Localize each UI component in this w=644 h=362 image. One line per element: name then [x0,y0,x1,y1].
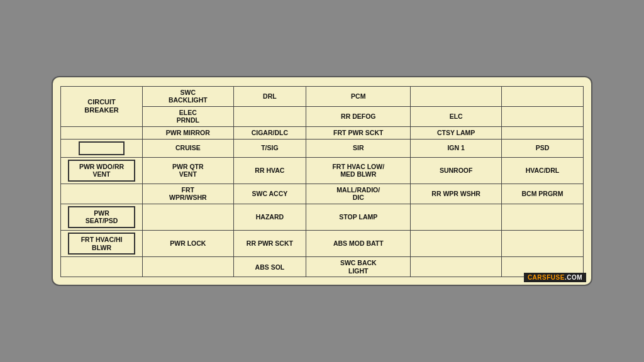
data-cell-r5-c4: BCM PRGRM [501,184,583,204]
data-cell-r2-c0: PWR MIRROR [143,126,234,139]
data-cell-r6-c0 [143,204,234,230]
data-cell-r0-c0: SWCBACKLIGHT [143,86,234,106]
data-cell-r0-c2: PCM [306,86,411,106]
data-cell-r5-c3: RR WPR WSHR [411,184,502,204]
fuse-table: CIRCUITBREAKERSWCBACKLIGHTDRLPCM ELECPRN… [60,86,584,278]
data-cell-r1-c1 [233,106,306,126]
data-cell-r3-c1: T/SIG [233,139,306,157]
data-cell-r5-c0: FRTWPR/WSHR [143,184,234,204]
data-cell-r1-c2: RR DEFOG [306,106,411,126]
data-cell-r4-c3: SUNROOF [411,157,502,184]
data-cell-r0-c4 [501,86,583,106]
data-cell-r4-c2: FRT HVAC LOW/MED BLWR [306,157,411,184]
cb-cell-8 [61,257,143,277]
data-cell-r2-c4 [501,126,583,139]
data-cell-r7-c1: RR PWR SCKT [233,231,306,257]
data-cell-r7-c3 [411,231,502,257]
data-cell-r6-c4 [501,204,583,230]
data-cell-r5-c1: SWC ACCY [233,184,306,204]
fuse-diagram-card: CIRCUITBREAKERSWCBACKLIGHTDRLPCM ELECPRN… [52,76,592,287]
data-cell-r8-c3 [411,257,502,277]
cb-cell-5 [61,184,143,204]
data-cell-r2-c3: CTSY LAMP [411,126,502,139]
data-cell-r7-c4 [501,231,583,257]
data-cell-r6-c1: HAZARD [233,204,306,230]
cb-cell-6: PWRSEAT/PSD [61,204,143,230]
data-cell-r1-c0: ELECPRNDL [143,106,234,126]
cb-cell-3 [61,139,143,157]
data-cell-r3-c2: SIR [306,139,411,157]
data-cell-r4-c4: HVAC/DRL [501,157,583,184]
data-cell-r5-c2: MALL/RADIO/DIC [306,184,411,204]
data-cell-r8-c0 [143,257,234,277]
data-cell-r7-c0: PWR LOCK [143,231,234,257]
data-cell-r0-c1: DRL [233,86,306,106]
data-cell-r6-c2: STOP LAMP [306,204,411,230]
data-cell-r6-c3 [411,204,502,230]
data-cell-r2-c1: CIGAR/DLC [233,126,306,139]
data-cell-r8-c1: ABS SOL [233,257,306,277]
data-cell-r1-c3: ELC [411,106,502,126]
cb-cell-7: FRT HVAC/HIBLWR [61,231,143,257]
data-cell-r3-c4: PSD [501,139,583,157]
data-cell-r4-c1: RR HVAC [233,157,306,184]
cb-cell-0: CIRCUITBREAKER [61,86,143,126]
data-cell-r2-c2: FRT PWR SCKT [306,126,411,139]
data-cell-r1-c4 [501,106,583,126]
cb-cell-2 [61,126,143,139]
data-cell-r7-c2: ABS MOD BATT [306,231,411,257]
watermark-badge: CARSFUSE.COM [524,273,586,282]
data-cell-r8-c2: SWC BACKLIGHT [306,257,411,277]
data-cell-r4-c0: PWR QTRVENT [143,157,234,184]
data-cell-r0-c3 [411,86,502,106]
watermark-text: CARSFUSE.COM [528,274,582,281]
cb-cell-4: PWR WDO/RRVENT [61,157,143,184]
data-cell-r3-c3: IGN 1 [411,139,502,157]
data-cell-r3-c0: CRUISE [143,139,234,157]
